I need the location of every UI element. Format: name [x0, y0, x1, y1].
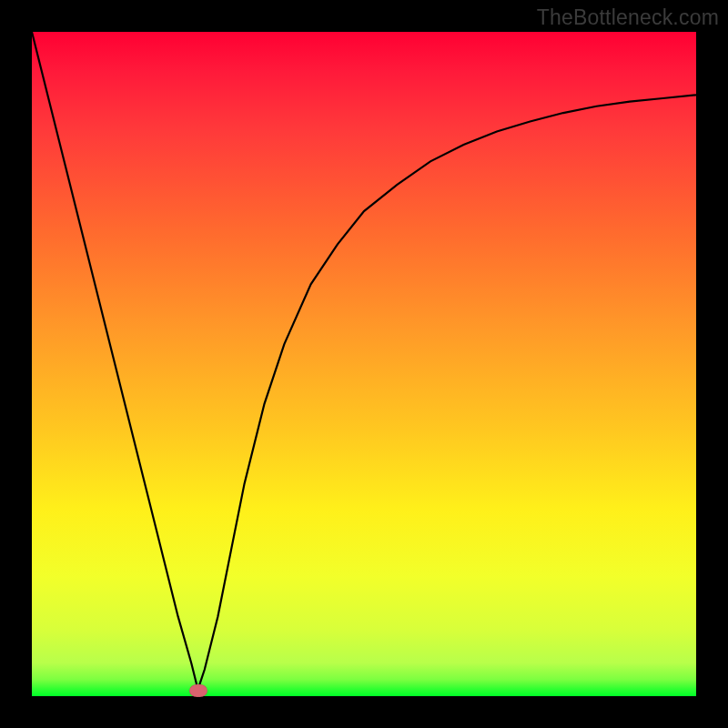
chart-frame: TheBottleneck.com	[0, 0, 728, 728]
plot-area	[32, 32, 696, 696]
watermark-text: TheBottleneck.com	[537, 5, 719, 30]
bottleneck-curve	[32, 32, 696, 690]
bottleneck-marker	[189, 684, 207, 697]
curve-svg	[32, 32, 696, 696]
